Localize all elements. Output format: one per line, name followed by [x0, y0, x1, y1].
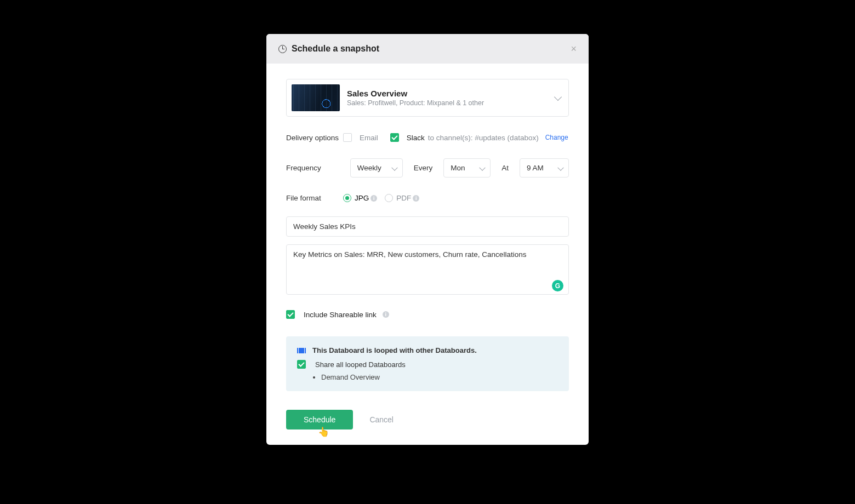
looped-databoards-list: Demand Overview — [321, 373, 558, 381]
chevron-down-icon — [557, 164, 563, 170]
info-icon[interactable]: i — [371, 195, 377, 202]
chevron-down-icon — [391, 164, 397, 170]
frequency-time-select[interactable]: 9 AM — [520, 158, 569, 177]
shareable-label: Include Shareable link — [304, 311, 377, 319]
chevron-down-icon — [554, 93, 562, 100]
frequency-period-value: Weekly — [357, 164, 381, 172]
email-label: Email — [360, 134, 378, 142]
share-looped-checkbox[interactable] — [297, 360, 306, 369]
slack-label: Slack — [407, 134, 425, 142]
info-icon[interactable]: i — [383, 311, 389, 318]
modal-actions: Schedule Cancel 👆 — [286, 410, 569, 429]
shareable-row: Include Shareable link i — [286, 310, 569, 319]
delivery-label: Delivery options — [286, 134, 343, 142]
share-looped-label: Share all looped Databoards — [315, 360, 406, 369]
loop-info-box: This Databoard is looped with other Data… — [286, 336, 569, 391]
email-checkbox[interactable] — [343, 133, 352, 142]
frequency-row: Frequency Weekly Every Mon At 9 AM — [286, 158, 569, 177]
frequency-label: Frequency — [286, 164, 339, 172]
slack-checkbox[interactable] — [390, 133, 399, 142]
snapshot-name-input[interactable] — [286, 216, 569, 237]
list-item: Demand Overview — [321, 373, 558, 381]
format-label: File format — [286, 194, 343, 202]
delivery-row: Delivery options Email Slack to channel(… — [286, 133, 569, 142]
format-pdf-radio[interactable] — [385, 194, 393, 202]
snapshot-description-input[interactable] — [286, 244, 569, 295]
every-label: Every — [414, 164, 433, 172]
grammarly-icon[interactable]: G — [552, 280, 563, 291]
chevron-down-icon — [480, 164, 486, 170]
databoard-thumbnail — [292, 84, 340, 111]
clock-icon — [278, 45, 287, 53]
frequency-time-value: 9 AM — [527, 164, 544, 172]
modal: Schedule a snapshot × Sales Overview Sal… — [266, 34, 589, 445]
format-row: File format JPG i PDF i — [286, 194, 569, 202]
frequency-day-value: Mon — [451, 164, 465, 172]
frequency-period-select[interactable]: Weekly — [350, 158, 403, 177]
close-icon[interactable]: × — [571, 44, 577, 54]
slack-channel-text: to channel(s): #updates (databox) — [428, 134, 539, 142]
shareable-checkbox[interactable] — [286, 310, 295, 319]
modal-body: Sales Overview Sales: Profitwell, Produc… — [266, 64, 589, 445]
format-pdf-label: PDF — [396, 194, 411, 202]
at-label: At — [501, 164, 509, 172]
loop-heading: This Databoard is looped with other Data… — [312, 346, 477, 354]
info-icon[interactable]: i — [413, 195, 419, 202]
modal-title: Schedule a snapshot — [292, 44, 379, 54]
schedule-button[interactable]: Schedule — [286, 410, 353, 429]
databoard-name: Sales Overview — [347, 89, 548, 98]
cancel-button[interactable]: Cancel — [369, 415, 394, 424]
databoard-subtitle: Sales: Profitwell, Product: Mixpanel & 1… — [347, 99, 548, 107]
frequency-day-select[interactable]: Mon — [443, 158, 491, 177]
modal-header: Schedule a snapshot × — [266, 34, 589, 64]
format-jpg-label: JPG — [355, 194, 369, 202]
slack-change-link[interactable]: Change — [545, 134, 568, 141]
databoard-select[interactable]: Sales Overview Sales: Profitwell, Produc… — [286, 79, 569, 117]
loop-icon — [297, 348, 306, 353]
format-jpg-radio[interactable] — [343, 194, 351, 202]
